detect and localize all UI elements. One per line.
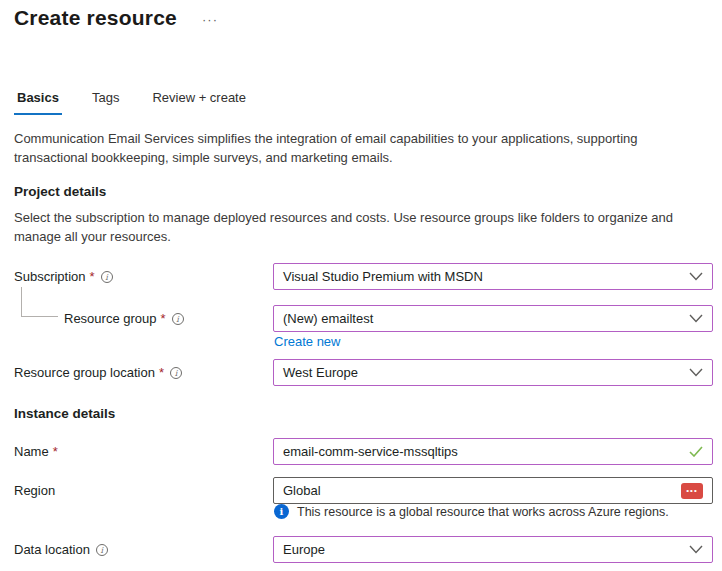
- project-details-heading: Project details: [14, 184, 106, 199]
- subscription-dropdown[interactable]: Visual Studio Premium with MSDN: [273, 263, 713, 290]
- info-icon[interactable]: i: [170, 367, 182, 379]
- create-resource-page: Create resource ··· Basics Tags Review +…: [0, 0, 722, 571]
- chevron-down-icon: [689, 545, 703, 554]
- page-title: Create resource: [14, 6, 177, 30]
- region-info-note: i This resource is a global resource tha…: [274, 504, 669, 519]
- required-asterisk: *: [159, 365, 164, 380]
- subscription-label: Subscription * i: [14, 263, 113, 290]
- required-asterisk: *: [161, 311, 166, 326]
- info-filled-icon: i: [274, 504, 289, 519]
- tab-tags[interactable]: Tags: [89, 90, 122, 115]
- more-options-icon[interactable]: ···: [202, 12, 218, 27]
- resource-group-location-label: Resource group location * i: [14, 359, 182, 386]
- extension-badge-icon[interactable]: •••: [681, 483, 703, 499]
- info-icon[interactable]: i: [101, 271, 113, 283]
- data-location-value: Europe: [283, 542, 325, 557]
- region-label: Region: [14, 477, 55, 504]
- info-icon[interactable]: i: [96, 544, 108, 556]
- project-details-description: Select the subscription to manage deploy…: [14, 208, 698, 246]
- instance-details-heading: Instance details: [14, 406, 115, 421]
- name-label: Name *: [14, 438, 58, 465]
- resource-group-location-dropdown[interactable]: West Europe: [273, 359, 713, 386]
- region-field: •••: [273, 477, 713, 504]
- resource-group-dropdown[interactable]: (New) emailtest: [273, 305, 713, 332]
- resource-group-connector-line: [21, 287, 58, 317]
- valid-check-icon: [689, 446, 703, 457]
- chevron-down-icon: [689, 314, 703, 323]
- region-note-text: This resource is a global resource that …: [297, 505, 669, 519]
- subscription-value: Visual Studio Premium with MSDN: [283, 269, 483, 284]
- tab-bar: Basics Tags Review + create: [14, 90, 276, 115]
- service-description: Communication Email Services simplifies …: [14, 129, 690, 167]
- chevron-down-icon: [689, 368, 703, 377]
- data-location-dropdown[interactable]: Europe: [273, 536, 713, 563]
- tab-basics[interactable]: Basics: [14, 90, 62, 115]
- required-asterisk: *: [53, 444, 58, 459]
- resource-group-location-value: West Europe: [283, 365, 358, 380]
- name-input[interactable]: [283, 444, 681, 459]
- tab-review-create[interactable]: Review + create: [149, 90, 249, 115]
- create-new-link[interactable]: Create new: [274, 334, 340, 349]
- region-input[interactable]: [283, 483, 673, 498]
- data-location-label: Data location i: [14, 536, 108, 563]
- resource-group-label: Resource group * i: [64, 305, 184, 332]
- required-asterisk: *: [90, 269, 95, 284]
- info-icon[interactable]: i: [172, 313, 184, 325]
- name-field: [273, 438, 713, 465]
- resource-group-value: (New) emailtest: [283, 311, 373, 326]
- chevron-down-icon: [689, 272, 703, 281]
